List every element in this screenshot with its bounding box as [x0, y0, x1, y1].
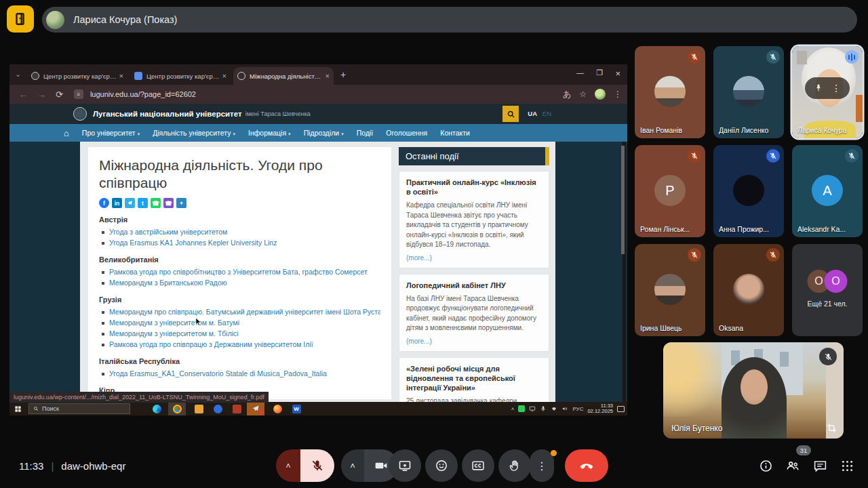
page-scrollbar[interactable]: [623, 142, 626, 402]
telegram-icon[interactable]: [247, 402, 264, 415]
nav-item-departments[interactable]: Підрозділи▾: [304, 129, 344, 137]
lang-switch-en[interactable]: EN: [542, 110, 551, 117]
tab-close-icon[interactable]: ×: [326, 72, 330, 80]
site-brand[interactable]: Луганський національний університет: [93, 110, 242, 118]
mic-mute-button[interactable]: [300, 449, 334, 482]
nav-item-about[interactable]: Про університет▾: [82, 129, 140, 137]
chat-button[interactable]: [808, 454, 831, 477]
participant-tile[interactable]: Oksana: [713, 244, 784, 336]
tab-close-icon[interactable]: ×: [119, 72, 123, 80]
bookmark-star-icon[interactable]: ☆: [579, 89, 587, 99]
scrollbar-thumb[interactable]: [621, 146, 625, 254]
meeting-details-button[interactable]: [754, 454, 777, 477]
start-button[interactable]: [14, 405, 22, 413]
browser-tab-2[interactable]: Центр розвитку кар'єри ЛНУ ×: [130, 67, 231, 85]
viber-share-icon[interactable]: ☎: [163, 198, 174, 208]
window-minimize-button[interactable]: —: [576, 68, 584, 77]
browser-menu-icon[interactable]: ⋮: [614, 89, 622, 99]
event-card[interactable]: Практичний онлайн-курс «Інклюзія в освіт…: [399, 171, 549, 268]
tray-chevron-icon[interactable]: ˄: [511, 406, 515, 412]
browser-profile-avatar[interactable]: [595, 89, 606, 100]
camera-options-chevron-icon[interactable]: ˄: [341, 449, 364, 482]
agreement-link[interactable]: Меморандум з університетом м. Батумі: [102, 317, 380, 328]
word-icon[interactable]: W: [288, 402, 305, 415]
tray-mic-icon[interactable]: [540, 405, 547, 412]
file-explorer-icon[interactable]: [190, 402, 208, 415]
mic-options-chevron-icon[interactable]: ˄: [276, 449, 300, 482]
agreement-link[interactable]: Рамкова угода про співпрацю з Державним …: [102, 339, 380, 350]
nav-item-events[interactable]: Події: [357, 129, 374, 137]
present-button[interactable]: [389, 449, 421, 482]
chrome-icon[interactable]: [168, 402, 186, 415]
tab-search-chevron-icon[interactable]: ⌄: [15, 70, 21, 79]
reactions-button[interactable]: [425, 449, 458, 482]
browser-tab-1[interactable]: Центр розвитку кар'єри »lugu ×: [27, 67, 127, 85]
whatsapp-share-icon[interactable]: ☎: [151, 198, 161, 208]
participant-tile-active-speaker[interactable]: ⋮ Лариса Кочура: [792, 46, 863, 138]
tile-menu-icon[interactable]: ⋮: [831, 83, 841, 94]
tray-volume-icon[interactable]: [561, 405, 568, 412]
forward-icon[interactable]: →: [37, 89, 46, 100]
more-participants-tile[interactable]: O O Ещё 21 чел.: [792, 244, 863, 336]
tray-display-icon[interactable]: [529, 405, 536, 412]
home-icon[interactable]: ⌂: [64, 128, 69, 138]
raise-hand-button[interactable]: [498, 449, 531, 482]
activities-button[interactable]: [835, 454, 859, 477]
agreement-link[interactable]: Меморандум про співпрацю. Батумський дер…: [102, 306, 380, 317]
event-card[interactable]: «Зелені робочі місця для відновлення та …: [399, 357, 549, 403]
end-call-button[interactable]: [565, 449, 608, 482]
facebook-share-icon[interactable]: f: [99, 198, 109, 208]
lang-switch-ua[interactable]: UA: [528, 110, 537, 117]
linkedin-share-icon[interactable]: in: [112, 198, 122, 208]
participant-tile-large[interactable]: Юлія Бутенко: [663, 342, 844, 439]
tray-language[interactable]: РУС: [572, 406, 583, 412]
participant-tile[interactable]: Даніїл Лисенко: [713, 46, 784, 138]
site-info-icon[interactable]: ≡: [74, 89, 83, 99]
telegram-share-icon[interactable]: [125, 198, 135, 208]
participants-button[interactable]: [781, 454, 804, 477]
firefox-icon[interactable]: [269, 402, 286, 415]
outlook-icon[interactable]: [209, 402, 226, 415]
edge-icon[interactable]: [148, 402, 165, 415]
action-center-icon[interactable]: [617, 406, 625, 412]
crop-icon[interactable]: [827, 423, 837, 433]
participant-tile[interactable]: Анна Прожир...: [713, 145, 784, 237]
nav-item-activity[interactable]: Діяльність університету▾: [153, 129, 235, 137]
participant-tile[interactable]: Іван Романів: [635, 46, 705, 138]
agreement-link[interactable]: Рамкова угода про співробітництво з Унів…: [102, 266, 380, 277]
presenting-banner[interactable]: Лариса Кочура (Показ): [42, 7, 857, 33]
participant-tile[interactable]: A Aleksandr Ka...: [792, 145, 863, 237]
window-close-button[interactable]: ×: [615, 68, 620, 79]
tray-network-icon[interactable]: [551, 405, 557, 412]
participant-tile[interactable]: P Роман Лінськ...: [635, 145, 705, 237]
agreement-link[interactable]: Меморандум з університетом м. Тбілісі: [102, 328, 380, 339]
agreement-link[interactable]: Угода з австрійським університетом: [102, 226, 380, 237]
browser-tab-active[interactable]: Міжнародна діяльність. Угод ×: [233, 67, 334, 85]
tray-clock[interactable]: 11:33 02.12.2025: [587, 403, 613, 415]
site-search-button[interactable]: [502, 106, 519, 122]
reload-icon[interactable]: ⟳: [56, 89, 63, 100]
agreement-link[interactable]: Меморандум з Британською Радою: [102, 277, 380, 288]
agreement-link[interactable]: Угода Erasmus_KA1_Conservatorio Statale …: [102, 368, 380, 379]
window-maximize-button[interactable]: ❐: [596, 68, 603, 77]
pin-icon[interactable]: [814, 83, 823, 93]
captions-button[interactable]: [462, 449, 494, 482]
app-icon-red[interactable]: [228, 402, 245, 415]
nav-item-announcements[interactable]: Оголошення: [386, 129, 427, 137]
event-more-link[interactable]: (more...): [406, 338, 542, 345]
participant-tile[interactable]: Ірина Швець: [635, 244, 705, 336]
event-card[interactable]: Логопедичний кабінет ЛНУ На базі ЛНУ іме…: [399, 274, 549, 352]
tab-close-icon[interactable]: ×: [222, 72, 226, 80]
taskbar-search[interactable]: Поиск: [28, 403, 130, 414]
agreement-link[interactable]: Угода Erasmus KA1 Johannes Kepler Univer…: [102, 237, 380, 248]
nav-item-contacts[interactable]: Контакти: [440, 129, 470, 137]
nav-item-info[interactable]: Інформація▾: [248, 129, 291, 137]
twitter-share-icon[interactable]: t: [138, 198, 148, 208]
translate-icon[interactable]: あ: [563, 89, 571, 100]
back-icon[interactable]: ←: [19, 89, 28, 100]
more-share-icon[interactable]: +: [176, 198, 186, 208]
event-more-link[interactable]: (more...): [406, 254, 542, 262]
address-bar[interactable]: luguniv.edu.ua/?page_id=62602: [90, 90, 196, 98]
university-logo[interactable]: [73, 107, 87, 121]
new-tab-button[interactable]: +: [340, 69, 346, 80]
